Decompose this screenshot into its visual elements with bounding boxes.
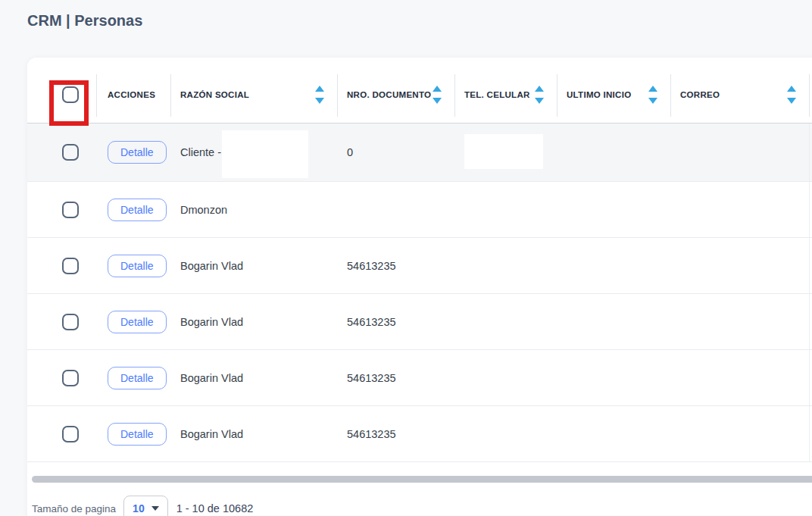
column-header-tel-celular[interactable]: TEL. CELULAR — [454, 67, 557, 123]
sort-control[interactable] — [535, 86, 544, 104]
table-row: Detalle Cliente - 0 — [27, 124, 812, 182]
sort-desc-icon[interactable] — [315, 98, 324, 104]
tel-celular-cell — [454, 350, 557, 405]
nro-documento-cell — [337, 182, 454, 237]
razon-social-cell: Dmonzon — [170, 182, 337, 237]
tel-celular-cell — [454, 238, 557, 293]
razon-social-cell: Bogarin Vlad — [170, 238, 337, 293]
razon-social-cell: Bogarin Vlad — [170, 350, 337, 405]
row-actions-cell: Detalle — [96, 182, 170, 237]
column-header-razon-social[interactable]: RAZÓN SOCIAL — [170, 67, 337, 123]
row-checkbox[interactable] — [62, 202, 79, 218]
ultimo-inicio-cell — [557, 294, 670, 349]
sort-desc-icon[interactable] — [787, 98, 796, 104]
nro-documento-cell: 0 — [337, 124, 454, 181]
page-size-value: 10 — [133, 502, 145, 514]
detalle-button[interactable]: Detalle — [108, 199, 167, 221]
table-card: ACCIONES RAZÓN SOCIAL NRO. DOCUMENTO TEL… — [27, 58, 812, 516]
nro-documento-value: 54613235 — [347, 260, 396, 272]
caret-down-icon — [151, 506, 159, 511]
razon-social-value: Bogarin Vlad — [180, 316, 243, 328]
sort-desc-icon[interactable] — [433, 98, 442, 104]
ultimo-inicio-cell — [557, 238, 670, 293]
column-header-label: NRO. DOCUMENTO — [347, 90, 431, 99]
nro-documento-cell: 54613235 — [337, 294, 454, 349]
detalle-button[interactable]: Detalle — [108, 423, 167, 446]
detalle-button[interactable]: Detalle — [108, 311, 167, 333]
redacted-area — [222, 130, 308, 178]
redacted-area — [464, 134, 543, 169]
ultimo-inicio-cell — [557, 124, 670, 181]
sort-control[interactable] — [433, 86, 442, 104]
razon-social-cell: Bogarin Vlad — [170, 406, 337, 461]
sort-desc-icon[interactable] — [535, 98, 544, 104]
sort-control[interactable] — [787, 86, 796, 104]
column-header-label: CORREO — [680, 90, 720, 99]
page-size-select[interactable]: 10 — [123, 496, 168, 516]
row-actions-cell: Detalle — [96, 406, 170, 461]
column-header-acciones: ACCIONES — [96, 67, 170, 123]
table-header-row: ACCIONES RAZÓN SOCIAL NRO. DOCUMENTO TEL… — [27, 58, 812, 124]
column-header-label: RAZÓN SOCIAL — [180, 90, 249, 99]
row-checkbox[interactable] — [62, 258, 79, 274]
ultimo-inicio-cell — [557, 350, 670, 405]
sort-asc-icon[interactable] — [787, 86, 796, 92]
nro-documento-cell: 54613235 — [337, 238, 454, 293]
header-filler-cell — [809, 67, 812, 123]
nro-documento-cell: 54613235 — [337, 406, 454, 461]
row-select-cell — [27, 406, 96, 461]
column-header-label: ULTIMO INICIO — [567, 90, 631, 99]
select-all-checkbox[interactable] — [62, 86, 79, 103]
detalle-button[interactable]: Detalle — [108, 367, 167, 389]
detalle-button[interactable]: Detalle — [108, 141, 167, 164]
razon-social-value: Bogarin Vlad — [180, 260, 243, 272]
nro-documento-cell: 54613235 — [337, 350, 454, 405]
tel-celular-cell — [454, 294, 557, 349]
row-filler-cell — [809, 406, 812, 461]
row-checkbox[interactable] — [62, 426, 79, 443]
razon-social-value: Dmonzon — [180, 204, 227, 216]
table-body: Detalle Cliente - 0 Detalle Dmonzon Deta… — [27, 124, 812, 462]
pagination-range-text: 1 - 10 de 10682 — [176, 502, 254, 514]
tel-celular-cell — [454, 406, 557, 461]
table-row: Detalle Bogarin Vlad 54613235 — [27, 406, 812, 462]
sort-asc-icon[interactable] — [315, 86, 324, 92]
row-actions-cell: Detalle — [96, 238, 170, 293]
column-header-correo[interactable]: CORREO — [670, 67, 809, 123]
column-header-label: TEL. CELULAR — [464, 90, 530, 99]
sort-asc-icon[interactable] — [535, 86, 544, 92]
column-header-label: ACCIONES — [108, 90, 155, 99]
razon-social-value: Cliente - — [180, 146, 221, 158]
row-select-cell — [27, 350, 96, 405]
column-header-ultimo-inicio[interactable]: ULTIMO INICIO — [557, 67, 670, 123]
sort-desc-icon[interactable] — [648, 98, 657, 104]
row-select-cell — [27, 294, 96, 349]
sort-control[interactable] — [648, 86, 657, 104]
row-filler-cell — [809, 238, 812, 293]
detalle-button[interactable]: Detalle — [108, 255, 167, 277]
nro-documento-value: 54613235 — [347, 428, 396, 440]
razon-social-cell: Bogarin Vlad — [170, 294, 337, 349]
page-size-label: Tamaño de pagina — [32, 503, 116, 514]
row-checkbox[interactable] — [62, 370, 79, 386]
correo-cell — [670, 124, 809, 181]
row-filler-cell — [809, 124, 812, 181]
row-select-cell — [27, 238, 96, 293]
column-header-nro-documento[interactable]: NRO. DOCUMENTO — [337, 67, 454, 123]
razon-social-value: Bogarin Vlad — [180, 372, 243, 384]
tel-celular-cell — [454, 182, 557, 237]
row-filler-cell — [809, 182, 812, 237]
correo-cell — [670, 238, 809, 293]
row-checkbox[interactable] — [62, 314, 79, 330]
row-checkbox[interactable] — [62, 144, 79, 161]
correo-cell — [670, 350, 809, 405]
sort-asc-icon[interactable] — [433, 86, 442, 92]
sort-asc-icon[interactable] — [648, 86, 657, 92]
horizontal-scrollbar[interactable] — [32, 476, 812, 483]
nro-documento-value: 54613235 — [347, 316, 396, 328]
sort-control[interactable] — [315, 86, 324, 104]
pagination-bar: Tamaño de pagina 10 1 - 10 de 10682 — [32, 495, 253, 516]
table-row: Detalle Dmonzon — [27, 182, 812, 238]
row-select-cell — [27, 182, 96, 237]
razon-social-value: Bogarin Vlad — [180, 428, 243, 440]
